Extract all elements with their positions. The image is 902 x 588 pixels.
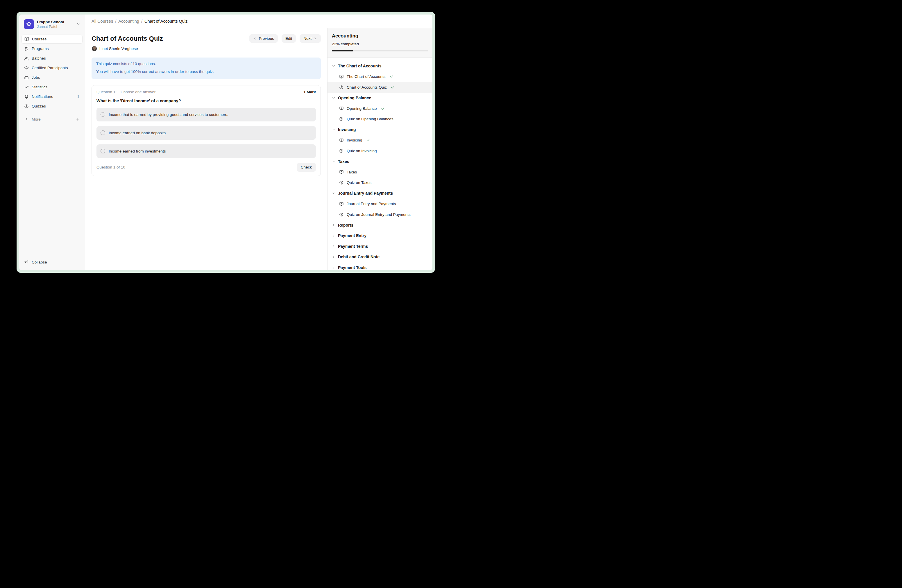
sidebar-item-batches[interactable]: Batches [22, 54, 83, 63]
banner-line-2: You will have to get 100% correct answer… [96, 69, 316, 75]
sidebar-item-label: Certified Participants [32, 66, 68, 70]
sidebar-item-certified-participants[interactable]: Certified Participants [22, 63, 83, 72]
chapter-title: Reports [338, 223, 353, 227]
lesson-label: Invoicing [347, 138, 362, 142]
check-icon [381, 106, 385, 110]
next-button[interactable]: Next [300, 34, 321, 43]
chapter-row-opening-balance[interactable]: Opening Balance [327, 93, 432, 103]
answer-option-1[interactable]: Income that is earned by providing goods… [97, 108, 316, 122]
video-lesson-icon [339, 202, 344, 206]
chapter-title: Taxes [338, 159, 349, 164]
answer-option-label: Income earned on bank deposits [109, 131, 166, 135]
course-outline: The Chart of Accounts The Chart of Accou… [327, 58, 432, 270]
lesson-row-taxes[interactable]: Taxes [327, 167, 432, 178]
chapter-title: Payment Tools [338, 265, 367, 270]
lesson-row-invoicing[interactable]: Invoicing [327, 135, 432, 146]
lesson-row-chart-of-accounts-quiz[interactable]: Chart of Accounts Quiz [327, 82, 432, 93]
sidebar-item-statistics[interactable]: Statistics [22, 83, 83, 92]
chapter-title: Payment Terms [338, 244, 368, 249]
chapter-row-invoicing[interactable]: Invoicing [327, 124, 432, 135]
chapter-row-debit-and-credit-note[interactable]: Debit and Credit Note [327, 252, 432, 262]
chapter-row-reports[interactable]: Reports [327, 220, 432, 231]
radio-icon[interactable] [100, 130, 105, 135]
video-lesson-icon [339, 106, 344, 111]
plus-icon[interactable] [75, 117, 80, 122]
answer-option-2[interactable]: Income earned on bank deposits [97, 126, 316, 140]
sidebar-item-quizzes[interactable]: Quizzes [22, 102, 83, 111]
help-circle-icon [24, 104, 29, 109]
lesson-row-quiz-on-journal-entry-and-payments[interactable]: Quiz on Journal Entry and Payments [327, 209, 432, 220]
sidebar-item-label: Batches [32, 56, 46, 60]
chapter-row-payment-terms[interactable]: Payment Terms [327, 241, 432, 252]
desktop-background: Frappe School Jannat Patel Courses Progr [0, 0, 451, 294]
course-progress-bar [332, 50, 428, 52]
lesson-row-quiz-on-opening-balances[interactable]: Quiz on Opening Balances [327, 114, 432, 125]
lesson-row-the-chart-of-accounts[interactable]: The Chart of Accounts [327, 72, 432, 82]
chapter-row-the-chart-of-accounts[interactable]: The Chart of Accounts [327, 61, 432, 72]
frappe-school-app: Frappe School Jannat Patel Courses Progr [19, 14, 432, 270]
chevron-left-icon [253, 37, 257, 41]
lesson-label: Quiz on Opening Balances [347, 117, 393, 121]
answer-option-3[interactable]: Income earned from investments [97, 144, 316, 158]
lesson-row-opening-balance[interactable]: Opening Balance [327, 103, 432, 114]
question-progress-label: Question 1 of 10 [97, 165, 125, 169]
breadcrumb-separator: / [115, 19, 116, 23]
check-button[interactable]: Check [297, 163, 316, 172]
lesson-row-quiz-on-taxes[interactable]: Quiz on Taxes [327, 178, 432, 188]
briefcase-icon [24, 75, 29, 80]
sidebar-item-programs[interactable]: Programs [22, 44, 83, 53]
previous-button[interactable]: Previous [249, 34, 278, 43]
question-hint: Choose one answer [121, 90, 155, 94]
lesson-row-journal-entry-and-payments[interactable]: Journal Entry and Payments [327, 199, 432, 210]
breadcrumb-all-courses[interactable]: All Courses [92, 19, 113, 23]
breadcrumb-accounting[interactable]: Accounting [118, 19, 139, 23]
check-icon [390, 75, 393, 78]
chevron-down-icon [332, 128, 335, 131]
chapter-row-payment-entry[interactable]: Payment Entry [327, 230, 432, 241]
content-row: Chart of Accounts Quiz Previous Edit [85, 28, 432, 270]
check-icon [391, 85, 395, 89]
answer-option-label: Income that is earned by providing goods… [109, 113, 228, 117]
book-open-icon [24, 37, 29, 42]
sidebar-item-jobs[interactable]: Jobs [22, 73, 83, 82]
chapter-row-taxes[interactable]: Taxes [327, 156, 432, 167]
sidebar-item-label: Statistics [32, 85, 47, 89]
left-sidebar: Frappe School Jannat Patel Courses Progr [19, 14, 85, 270]
chapter-row-payment-tools[interactable]: Payment Tools [327, 262, 432, 271]
collapse-label: Collapse [32, 260, 47, 264]
quiz-icon [339, 85, 344, 89]
quiz-toolbar: Previous Edit Next [249, 34, 321, 43]
collapse-sidebar-button[interactable]: Collapse [22, 258, 83, 267]
quiz-icon [339, 117, 344, 121]
chevron-down-icon [332, 96, 335, 100]
edit-button[interactable]: Edit [282, 34, 296, 43]
chapter-row-journal-entry-and-payments[interactable]: Journal Entry and Payments [327, 188, 432, 199]
sidebar-item-courses[interactable]: Courses [22, 34, 83, 44]
course-progress-header: Accounting 22% completed [327, 28, 432, 58]
previous-label: Previous [258, 36, 274, 41]
sidebar-nav: Courses Programs Batches Certified Parti… [22, 34, 83, 111]
app-window: Frappe School Jannat Patel Courses Progr [17, 12, 435, 273]
lesson-row-quiz-on-invoicing[interactable]: Quiz on Invoicing [327, 145, 432, 156]
radio-icon[interactable] [100, 112, 105, 117]
lesson-label: Journal Entry and Payments [347, 202, 396, 206]
lesson-label: The Chart of Accounts [347, 74, 385, 79]
trending-up-icon [24, 85, 29, 89]
chapter-title: Opening Balance [338, 95, 371, 100]
sidebar-item-more[interactable]: More [22, 115, 83, 124]
quiz-main: Chart of Accounts Quiz Previous Edit [85, 28, 327, 270]
chevron-right-icon [332, 234, 335, 237]
quiz-icon [339, 149, 344, 153]
sidebar-item-notifications[interactable]: Notifications 1 [22, 92, 83, 101]
video-lesson-icon [339, 170, 344, 174]
question-card: Question 1: Choose one answer 1 Mark Wha… [92, 85, 321, 176]
question-marks: 1 Mark [303, 90, 316, 94]
workspace-switcher[interactable]: Frappe School Jannat Patel [22, 17, 83, 31]
bell-icon [24, 94, 29, 99]
route-icon [24, 47, 29, 51]
users-icon [24, 56, 29, 61]
progress-fill [332, 50, 353, 52]
chevron-right-icon [24, 117, 29, 121]
radio-icon[interactable] [100, 149, 105, 153]
graduation-cap-icon [24, 66, 29, 70]
